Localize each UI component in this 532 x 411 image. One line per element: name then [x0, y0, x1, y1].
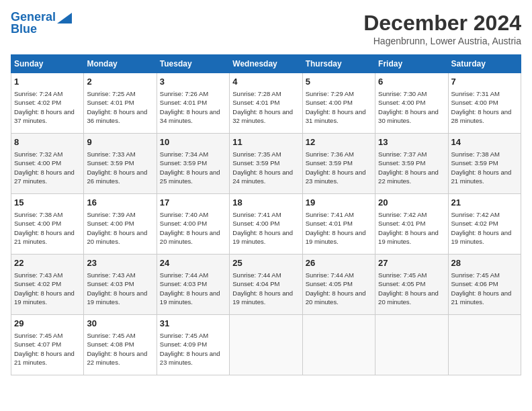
- daylight-text: Daylight: 8 hours and 20 minutes.: [87, 229, 147, 245]
- sunset-text: Sunset: 3:59 PM: [451, 159, 498, 167]
- sunset-text: Sunset: 3:59 PM: [87, 159, 134, 167]
- sunrise-text: Sunrise: 7:44 AM: [232, 271, 281, 279]
- sunset-text: Sunset: 4:09 PM: [160, 340, 207, 348]
- calendar-cell: 18Sunrise: 7:41 AMSunset: 4:00 PMDayligh…: [230, 194, 302, 255]
- daylight-text: Daylight: 8 hours and 20 minutes.: [160, 229, 220, 245]
- daylight-text: Daylight: 8 hours and 19 minutes.: [87, 289, 147, 306]
- daylight-text: Daylight: 8 hours and 22 minutes.: [87, 350, 147, 366]
- cell-sun-info: Sunrise: 7:25 AMSunset: 4:01 PMDaylight:…: [87, 89, 153, 125]
- calendar-cell: 1Sunrise: 7:24 AMSunset: 4:02 PMDaylight…: [11, 73, 84, 134]
- sunset-text: Sunset: 4:01 PM: [306, 220, 353, 227]
- title-block: December 2024 Hagenbrunn, Lower Austria,…: [363, 11, 521, 46]
- sunset-text: Sunset: 4:00 PM: [87, 220, 134, 227]
- day-number: 17: [160, 197, 226, 209]
- logo-blue-text: Blue: [11, 23, 37, 36]
- daylight-text: Daylight: 8 hours and 22 minutes.: [378, 169, 439, 185]
- sunset-text: Sunset: 3:59 PM: [160, 159, 207, 167]
- sunset-text: Sunset: 4:00 PM: [14, 159, 61, 167]
- svg-marker-0: [57, 13, 72, 24]
- calendar-cell: 19Sunrise: 7:41 AMSunset: 4:01 PMDayligh…: [302, 194, 375, 255]
- daylight-text: Daylight: 8 hours and 30 minutes.: [378, 108, 439, 124]
- calendar-header-row: SundayMondayTuesdayWednesdayThursdayFrid…: [11, 55, 521, 73]
- day-of-week-header: Monday: [84, 55, 157, 73]
- day-number: 15: [14, 197, 81, 209]
- daylight-text: Daylight: 8 hours and 24 minutes.: [232, 169, 293, 185]
- sunset-text: Sunset: 4:00 PM: [14, 220, 61, 227]
- calendar-cell: 9Sunrise: 7:33 AMSunset: 3:59 PMDaylight…: [84, 134, 157, 194]
- sunrise-text: Sunrise: 7:39 AM: [87, 211, 135, 218]
- calendar-cell: 15Sunrise: 7:38 AMSunset: 4:00 PMDayligh…: [11, 194, 84, 255]
- sunrise-text: Sunrise: 7:31 AM: [451, 90, 500, 97]
- sunset-text: Sunset: 3:59 PM: [378, 159, 425, 167]
- calendar-week-row: 29Sunrise: 7:45 AMSunset: 4:07 PMDayligh…: [11, 315, 521, 375]
- calendar-cell: 6Sunrise: 7:30 AMSunset: 4:00 PMDaylight…: [375, 73, 448, 134]
- sunset-text: Sunset: 4:02 PM: [14, 280, 61, 287]
- sunrise-text: Sunrise: 7:42 AM: [378, 211, 427, 218]
- daylight-text: Daylight: 8 hours and 23 minutes.: [306, 169, 366, 185]
- cell-sun-info: Sunrise: 7:32 AMSunset: 4:00 PMDaylight:…: [14, 150, 81, 185]
- sunset-text: Sunset: 4:08 PM: [87, 340, 134, 348]
- calendar-cell: 12Sunrise: 7:36 AMSunset: 3:59 PMDayligh…: [302, 134, 375, 194]
- daylight-text: Daylight: 8 hours and 20 minutes.: [378, 289, 439, 306]
- calendar-cell: [230, 315, 302, 375]
- cell-sun-info: Sunrise: 7:38 AMSunset: 3:59 PMDaylight:…: [451, 150, 518, 185]
- day-number: 26: [306, 257, 372, 269]
- location-subtitle: Hagenbrunn, Lower Austria, Austria: [363, 36, 521, 46]
- page-header: General Blue December 2024 Hagenbrunn, L…: [11, 11, 521, 46]
- daylight-text: Daylight: 8 hours and 19 minutes.: [232, 229, 293, 245]
- sunset-text: Sunset: 4:01 PM: [378, 220, 425, 227]
- sunrise-text: Sunrise: 7:44 AM: [306, 271, 354, 279]
- cell-sun-info: Sunrise: 7:29 AMSunset: 4:00 PMDaylight:…: [306, 89, 372, 125]
- day-number: 9: [87, 136, 153, 148]
- day-number: 8: [14, 136, 81, 148]
- day-number: 13: [378, 136, 445, 148]
- sunrise-text: Sunrise: 7:36 AM: [306, 150, 354, 158]
- calendar-cell: 25Sunrise: 7:44 AMSunset: 4:04 PMDayligh…: [230, 255, 302, 315]
- daylight-text: Daylight: 8 hours and 32 minutes.: [232, 108, 293, 124]
- cell-sun-info: Sunrise: 7:44 AMSunset: 4:05 PMDaylight:…: [306, 271, 372, 306]
- sunset-text: Sunset: 4:01 PM: [160, 99, 207, 106]
- cell-sun-info: Sunrise: 7:41 AMSunset: 4:01 PMDaylight:…: [306, 210, 372, 246]
- cell-sun-info: Sunrise: 7:44 AMSunset: 4:04 PMDaylight:…: [232, 271, 299, 306]
- sunset-text: Sunset: 4:02 PM: [14, 99, 61, 106]
- cell-sun-info: Sunrise: 7:41 AMSunset: 4:00 PMDaylight:…: [232, 210, 299, 246]
- daylight-text: Daylight: 8 hours and 21 minutes.: [14, 229, 75, 245]
- sunset-text: Sunset: 4:00 PM: [378, 99, 425, 106]
- cell-sun-info: Sunrise: 7:45 AMSunset: 4:09 PMDaylight:…: [160, 331, 226, 367]
- sunrise-text: Sunrise: 7:40 AM: [160, 211, 208, 218]
- calendar-cell: 11Sunrise: 7:35 AMSunset: 3:59 PMDayligh…: [230, 134, 302, 194]
- calendar-cell: 22Sunrise: 7:43 AMSunset: 4:02 PMDayligh…: [11, 255, 84, 315]
- sunset-text: Sunset: 4:01 PM: [232, 99, 279, 106]
- daylight-text: Daylight: 8 hours and 21 minutes.: [451, 289, 512, 306]
- calendar-cell: 16Sunrise: 7:39 AMSunset: 4:00 PMDayligh…: [84, 194, 157, 255]
- cell-sun-info: Sunrise: 7:26 AMSunset: 4:01 PMDaylight:…: [160, 89, 226, 125]
- cell-sun-info: Sunrise: 7:45 AMSunset: 4:08 PMDaylight:…: [87, 331, 153, 367]
- day-of-week-header: Friday: [375, 55, 448, 73]
- day-number: 12: [306, 136, 372, 148]
- calendar-cell: 5Sunrise: 7:29 AMSunset: 4:00 PMDaylight…: [302, 73, 375, 134]
- sunrise-text: Sunrise: 7:43 AM: [14, 271, 62, 279]
- daylight-text: Daylight: 8 hours and 20 minutes.: [306, 289, 366, 306]
- daylight-text: Daylight: 8 hours and 19 minutes.: [14, 289, 75, 306]
- day-number: 16: [87, 197, 153, 209]
- sunset-text: Sunset: 4:06 PM: [451, 280, 498, 287]
- calendar-cell: 26Sunrise: 7:44 AMSunset: 4:05 PMDayligh…: [302, 255, 375, 315]
- cell-sun-info: Sunrise: 7:43 AMSunset: 4:02 PMDaylight:…: [14, 271, 81, 306]
- sunrise-text: Sunrise: 7:29 AM: [306, 90, 354, 97]
- calendar-cell: 24Sunrise: 7:44 AMSunset: 4:03 PMDayligh…: [157, 255, 229, 315]
- day-number: 22: [14, 257, 81, 269]
- calendar-cell: 14Sunrise: 7:38 AMSunset: 3:59 PMDayligh…: [448, 134, 521, 194]
- sunrise-text: Sunrise: 7:45 AM: [14, 332, 62, 339]
- calendar-cell: 30Sunrise: 7:45 AMSunset: 4:08 PMDayligh…: [84, 315, 157, 375]
- day-number: 24: [160, 257, 226, 269]
- sunrise-text: Sunrise: 7:43 AM: [87, 271, 135, 279]
- daylight-text: Daylight: 8 hours and 19 minutes.: [306, 229, 366, 245]
- cell-sun-info: Sunrise: 7:31 AMSunset: 4:00 PMDaylight:…: [451, 89, 518, 125]
- sunrise-text: Sunrise: 7:24 AM: [14, 90, 62, 97]
- day-number: 4: [232, 76, 299, 88]
- day-number: 18: [232, 197, 299, 209]
- calendar-cell: 20Sunrise: 7:42 AMSunset: 4:01 PMDayligh…: [375, 194, 448, 255]
- sunset-text: Sunset: 3:59 PM: [306, 159, 353, 167]
- daylight-text: Daylight: 8 hours and 27 minutes.: [14, 169, 75, 185]
- sunrise-text: Sunrise: 7:45 AM: [160, 332, 208, 339]
